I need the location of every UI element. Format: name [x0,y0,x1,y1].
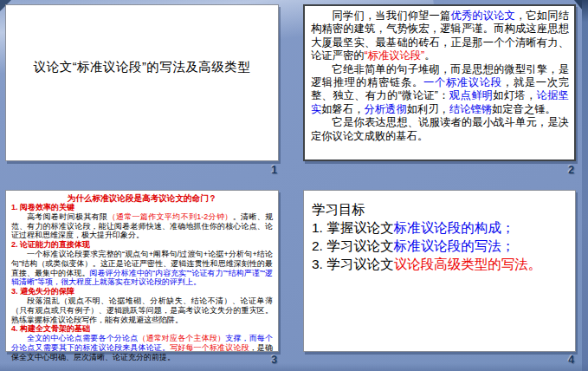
text-segment: （通常一篇作文平均不到1-2分钟） [107,212,232,221]
text-segment: 优秀的议论文 [450,10,515,22]
text-segment: 3. 学习议论文 [312,257,394,271]
slide-sorter-canvas: { "view": "slide-sorter", "colors": { "b… [0,0,588,371]
background-right-strip [582,0,588,371]
paragraph: 它绝非简单的句子堆砌，而是思想的微型引擎，是逻辑推理的精密链条。一个标准议论段，… [311,63,569,117]
goal-item: 1. 掌握议论文标准议论段的构成； [312,218,568,237]
section-body: 一个标准议论段要求完整的“观点句+阐释句/过渡句+论据+分析句+结论句”结构（或… [11,250,273,287]
paragraph: 同学们，当我们仰望一篇优秀的议论文，它如同结构精密的建筑，气势恢宏，逻辑严谨。而… [311,10,569,63]
goal-item: 2. 学习议论文标准议论段的写法； [312,237,568,255]
text-segment: 如磐石， [321,103,364,115]
slide-3-heading: 为什么标准议论段是高考议论文的命门？ [11,193,273,203]
slide-4-title: 学习目标 [312,200,568,218]
paragraph: 它是你表达思想、说服读者的最小战斗单元，是决定你议论文成败的基石。 [311,116,569,143]
text-segment: 高考阅卷时间极其有限 [27,212,107,221]
slide-3-number-label: 3 [258,354,277,366]
slide-thumbnail-4[interactable]: 学习目标 1. 掌握议论文标准议论段的构成；2. 学习议论文标准议论段的写法；3… [303,190,576,352]
text-segment: （通常对应各个主体段） [138,334,225,342]
text-segment: 标准议论段的写法； [394,238,515,253]
slide-4-number-label: 4 [555,354,574,366]
slide-thumbnail-1[interactable]: 议论文“标准议论段”的写法及高级类型 [5,4,279,161]
slide-thumbnail-3[interactable]: 为什么标准议论段是高考议论文的命门？ 1. 阅卷效率的关键高考阅卷时间极其有限（… [5,190,279,352]
slide-4-goal-list: 1. 掌握议论文标准议论段的构成；2. 学习议论文标准议论段的写法；3. 学习议… [312,218,568,273]
text-segment: 结论铿锵 [449,103,492,115]
text-segment: 分析透彻 [364,103,406,115]
section-body: 全文的中心论点需要各个分论点（通常对应各个主体段）支撑，而每个分论点又需要其下的… [11,334,273,361]
background-bottom-strip [0,363,588,371]
text-segment: 。 [424,49,435,62]
slide-4-body: 学习目标 1. 掌握议论文标准议论段的构成；2. 学习议论文标准议论段的写法；3… [304,191,575,273]
text-segment: 一个标准议论段 [423,76,502,88]
section-title: 4. 构建全文骨架的基础 [11,324,273,334]
slide-3-sections: 1. 阅卷效率的关键高考阅卷时间极其有限（通常一篇作文平均不到1-2分钟）。清晰… [11,203,273,362]
slide-3-body: 为什么标准议论段是高考议论文的命门？ 1. 阅卷效率的关键高考阅卷时间极其有限（… [6,191,278,362]
section-title: 1. 阅卷效率的关键 [11,203,273,212]
text-segment: 全文的中心论点需要各个分论点 [27,334,138,342]
goal-item: 3. 学习议论文议论段高级类型的写法。 [312,255,568,273]
text-segment: 同学们，当我们仰望一篇 [333,10,451,22]
text-segment: 写好每一个标准议论段 [170,343,249,352]
text-segment: 如利刃， [407,103,449,115]
section-title: 2. 论证能力的直接体现 [11,240,273,250]
text-segment: 观点鲜明 [449,89,493,101]
slide-1-title: 议论文“标准议论段”的写法及高级类型 [6,59,278,75]
slide-2-body: 同学们，当我们仰望一篇优秀的议论文，它如同结构精密的建筑，气势恢宏，逻辑严谨。而… [305,6,574,143]
text-segment: 1. 掌握议论文 [312,220,394,235]
text-segment: 2. 学习议论文 [312,238,394,253]
text-segment: 议论段高级类型的写法。 [394,257,542,271]
slide-thumbnail-2-selected[interactable]: 同学们，当我们仰望一篇优秀的议论文，它如同结构精密的建筑，气势恢宏，逻辑严谨。而… [303,4,576,161]
text-segment: 如灯塔， [493,89,536,101]
text-segment: 标准议论段的构成； [394,220,515,235]
section-body: 高考阅卷时间极其有限（通常一篇作文平均不到1-2分钟）。清晰、规范、有力的标准议… [11,212,273,240]
slide-2-number-label: 2 [555,164,574,176]
section-title: 3. 避免失分的保障 [11,287,273,296]
text-segment: 它是你表达思想、说服读者的最小战斗单元，是决定你议论文成败的基石。 [311,116,569,141]
text-segment: 如定音之锤。 [492,103,556,115]
section-body: 段落混乱（观点不明、论据堆砌、分析缺失、结论不清）、论证单薄（只有观点或只有例子… [11,296,273,324]
text-segment: “标准议论段” [364,49,424,62]
slide-1-number-label: 1 [258,164,277,176]
text-segment: 段落混乱（观点不明、论据堆砌、分析缺失、结论不清）、论证单薄（只有观点或只有例子… [11,296,273,324]
